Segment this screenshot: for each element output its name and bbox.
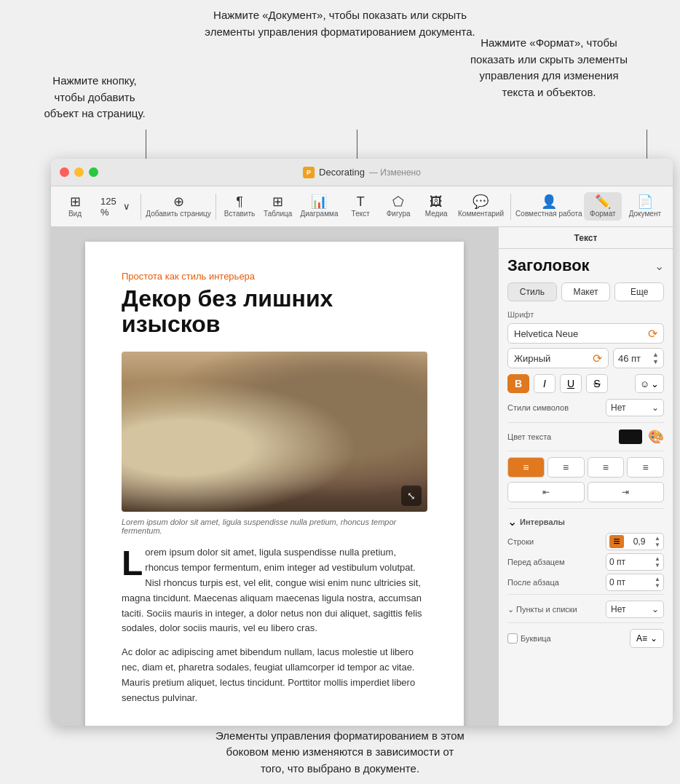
after-spacing-row: После абзаца 0 пт ▲▼ <box>507 574 664 591</box>
after-stepper[interactable]: ▲▼ <box>655 576 660 589</box>
toolbar: ⊞ Вид 125 % ∨ ⊕ Добавить страницу ¶ Вста… <box>51 186 673 227</box>
indent-decrease-button[interactable]: ⇤ <box>507 482 585 502</box>
align-right-button[interactable]: ≡ <box>588 457 625 478</box>
bullets-row: ⌄ Пункты и списки Нет ⌄ <box>507 594 664 618</box>
document-title-text: Декор без лишних изысков <box>122 286 427 337</box>
font-size-stepper[interactable]: ▲ ▼ <box>652 351 659 365</box>
media-icon: 🖼 <box>430 195 443 208</box>
image-resize-icon[interactable]: ⤡ <box>401 486 422 506</box>
font-style-row: Жирный ⟳ 46 пт ▲ ▼ <box>507 348 664 368</box>
underline-button[interactable]: U <box>560 374 582 393</box>
after-label: После абзаца <box>507 578 559 587</box>
annotation-bottom: Элементы управления форматированием в эт… <box>0 728 680 777</box>
char-styles-row: Стили символов Нет ⌄ <box>507 399 664 423</box>
lines-stepper[interactable]: ▲▼ <box>655 535 660 548</box>
before-spacing-row: Перед абзацем 0 пт ▲▼ <box>507 553 664 571</box>
document-button[interactable]: 📄 Документ <box>623 192 667 221</box>
italic-button[interactable]: I <box>534 374 556 393</box>
font-name-selector[interactable]: Helvetica Neue ⟳ <box>507 323 664 344</box>
document-icon: 📄 <box>637 195 653 208</box>
add-page-button[interactable]: ⊕ Добавить страницу <box>146 192 212 221</box>
close-button[interactable] <box>60 167 69 177</box>
lines-control[interactable]: ≡ 0,9 ▲▼ <box>606 533 664 550</box>
collaborate-button[interactable]: 👤 Совместная работа <box>515 192 582 221</box>
more-format-button[interactable]: ☺ ⌄ <box>635 374 664 393</box>
modified-indicator: — Изменено <box>369 167 421 178</box>
char-styles-label: Стили символов <box>507 403 569 412</box>
document-subtitle: Простота как стиль интерьера <box>122 271 427 282</box>
style-chevron-icon: ⌄ <box>655 259 664 273</box>
align-left-button[interactable]: ≡ <box>507 457 545 478</box>
style-selector[interactable]: Заголовок ⌄ <box>507 256 664 275</box>
maximize-button[interactable] <box>89 167 98 177</box>
font-style-selector[interactable]: Жирный ⟳ <box>507 348 609 368</box>
media-button[interactable]: 🖼 Медиа <box>418 192 454 221</box>
shape-button[interactable]: ⬠ Фигура <box>380 192 416 221</box>
text-color-swatch[interactable] <box>619 429 642 444</box>
before-control[interactable]: 0 пт ▲▼ <box>606 553 664 571</box>
document-title: Decorating <box>319 167 365 178</box>
tab-style[interactable]: Стиль <box>507 282 557 301</box>
format-button[interactable]: ✏️ Формат <box>584 192 622 221</box>
callout-line-left <box>146 130 146 159</box>
separator-3 <box>510 194 511 220</box>
bullets-selector[interactable]: Нет ⌄ <box>606 601 664 618</box>
view-button[interactable]: ⊞ Вид <box>57 192 93 221</box>
text-button[interactable]: T Текст <box>342 192 379 221</box>
char-styles-chevron-icon: ⌄ <box>652 403 659 413</box>
document-area[interactable]: Простота как стиль интерьера Декор без л… <box>51 227 498 726</box>
app-icon: P <box>303 167 315 178</box>
view-icon: ⊞ <box>70 195 81 208</box>
panel-header: Текст <box>499 227 673 249</box>
main-area: Простота как стиль интерьера Декор без л… <box>51 227 673 726</box>
dropcap-style-selector[interactable]: A≡ ⌄ <box>630 629 664 648</box>
collaborate-icon: 👤 <box>541 195 557 208</box>
dropcap-checkbox[interactable] <box>507 633 518 644</box>
document-paragraph-2: Ac dolor ac adipiscing amet bibendum nul… <box>122 645 427 705</box>
indent-row: ⇤ ⇥ <box>507 482 664 509</box>
bold-button[interactable]: B <box>507 374 529 393</box>
bullets-label: ⌄ Пункты и списки <box>507 605 577 614</box>
format-tabs: Стиль Макет Еще <box>507 282 664 301</box>
minimize-button[interactable] <box>74 167 84 177</box>
alignment-row: ≡ ≡ ≡ ≡ <box>507 457 664 478</box>
titlebar: P Decorating — Изменено <box>51 159 673 186</box>
document-image: ⤡ <box>122 352 427 512</box>
table-button[interactable]: ⊞ Таблица <box>260 192 296 221</box>
window-controls <box>60 167 98 177</box>
bullets-chevron-icon: ⌄ <box>652 604 659 614</box>
insert-button[interactable]: ¶ Вставить <box>221 192 258 221</box>
tab-text[interactable]: Текст <box>499 227 673 248</box>
align-center-button[interactable]: ≡ <box>547 457 585 478</box>
align-justify-button[interactable]: ≡ <box>627 457 664 478</box>
insert-icon: ¶ <box>236 195 243 208</box>
separator-2 <box>216 194 216 220</box>
callout-line-top <box>357 130 357 159</box>
before-stepper[interactable]: ▲▼ <box>655 555 660 569</box>
spacing-section-header[interactable]: ⌄ Интервалы <box>507 515 664 528</box>
font-size-control[interactable]: 46 пт ▲ ▼ <box>613 348 664 368</box>
strikethrough-button[interactable]: S <box>586 374 608 393</box>
tab-layout[interactable]: Макет <box>561 282 611 301</box>
document-caption: Lorem ipsum dolor sit amet, ligula suspe… <box>122 518 427 535</box>
chart-button[interactable]: 📊 Диаграмма <box>298 192 341 221</box>
indent-increase-button[interactable]: ⇥ <box>588 482 665 502</box>
font-style-arrow-icon: ⟳ <box>593 352 602 365</box>
title-center: P Decorating — Изменено <box>303 167 421 178</box>
tab-more[interactable]: Еще <box>614 282 664 301</box>
before-label: Перед абзацем <box>507 558 565 566</box>
text-icon: T <box>357 195 365 208</box>
table-icon: ⊞ <box>272 195 283 208</box>
char-styles-selector[interactable]: Нет ⌄ <box>606 399 664 416</box>
drop-cap: L <box>122 550 143 577</box>
zoom-control[interactable]: 125 % ∨ <box>95 193 136 221</box>
color-wheel-icon[interactable]: 🎨 <box>648 429 664 445</box>
dropcap-label: Буквица <box>507 633 551 644</box>
right-panel: Текст Заголовок ⌄ Стиль Макет Еще Шрифт <box>498 227 673 726</box>
text-color-row: Цвет текста 🎨 <box>507 429 664 451</box>
toolbar-right: ✏️ Формат 📄 Документ <box>584 192 667 221</box>
comment-button[interactable]: 💬 Комментарий <box>456 192 506 221</box>
annotation-left: Нажмите кнопку, чтобы добавить объект на… <box>22 73 167 122</box>
after-control[interactable]: 0 пт ▲▼ <box>606 574 664 591</box>
dropcap-row: Буквица A≡ ⌄ <box>507 622 664 648</box>
